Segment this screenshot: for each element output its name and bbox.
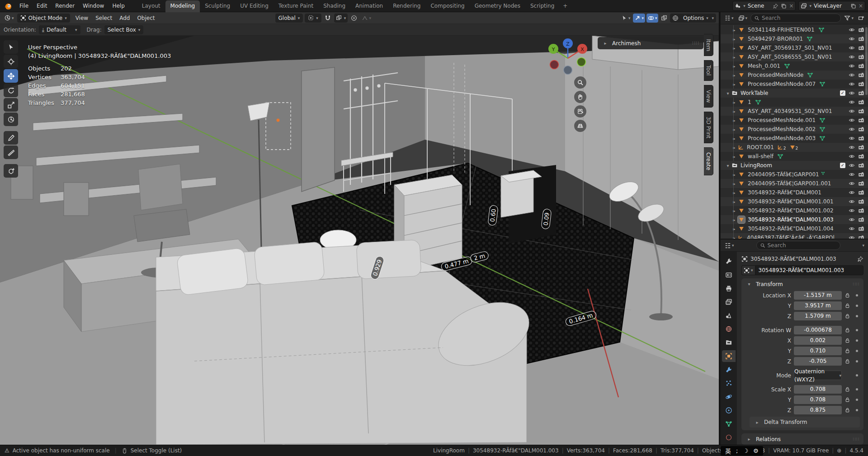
orientation-dropdown[interactable]: Global ▾ [275,14,303,23]
outliner-row[interactable]: ▸ProcessedMeshNode [721,71,868,80]
drag-grip-icon[interactable]: ∷∷ [853,282,859,287]
pin-icon[interactable] [857,256,863,262]
hide-viewport-icon[interactable] [849,90,855,96]
cursor-tool[interactable] [4,55,18,68]
disable-render-icon[interactable] [858,126,864,132]
chevron-down-icon[interactable]: ▾ [809,4,811,8]
disable-render-icon[interactable] [858,108,864,114]
tab-constraints[interactable] [722,404,736,416]
outliner-row[interactable]: ▸40486387-TÃfÆ'Ã¢â€ -Ã'GARPOl [721,233,868,239]
outliner-search-input[interactable]: Search [750,14,841,23]
expand-chevron-icon[interactable]: ▸ [731,28,738,33]
animate-decorator[interactable] [854,409,859,411]
disable-render-icon[interactable] [858,99,864,105]
disable-render-icon[interactable] [858,226,864,232]
drag-grip-icon[interactable]: ∷∷ [853,437,859,442]
hide-viewport-icon[interactable] [849,171,855,178]
lock-open-icon[interactable] [844,313,852,319]
pan-button[interactable] [574,91,586,103]
disable-render-icon[interactable] [858,54,864,60]
hide-viewport-icon[interactable] [849,135,855,141]
hide-viewport-icon[interactable] [849,144,855,150]
outliner-row[interactable]: ▸1 [721,98,868,107]
ime-moon-icon[interactable]: ☽ [743,447,748,454]
value-field[interactable]: 0.710 [794,347,842,355]
workspace-tab-uv-editing[interactable]: UV Editing [235,0,274,12]
expand-chevron-icon[interactable]: ▸ [731,217,738,222]
value-field[interactable]: -1.5157 m [794,291,842,300]
outliner-row[interactable]: ▸50494297-BROR001 [721,34,868,43]
value-field[interactable]: 0.708 [794,395,842,404]
select-box-tool[interactable] [4,40,18,54]
hide-viewport-icon[interactable] [849,54,855,60]
hide-viewport-icon[interactable] [849,72,855,78]
outliner-row[interactable]: ▸ASY_ART_30569137_S01_NV01 [721,43,868,52]
tab-output[interactable] [722,282,736,294]
disable-render-icon[interactable] [858,135,864,141]
expand-chevron-icon[interactable]: ▸ [731,181,738,186]
outliner-row[interactable]: ▾WorkTable✓ [721,89,868,98]
menu-file[interactable]: File [15,3,33,9]
hide-viewport-icon[interactable] [849,198,855,205]
editor-type-button[interactable]: ▾ [3,14,15,23]
animate-decorator[interactable] [854,388,859,390]
menu-render[interactable]: Render [51,3,79,9]
disable-render-icon[interactable] [858,153,864,160]
disable-render-icon[interactable] [858,27,864,33]
blender-logo-icon[interactable] [0,2,15,10]
transform-tool[interactable] [4,113,18,126]
hide-viewport-icon[interactable] [849,108,855,114]
outliner-row[interactable]: ▸20404095-TÃfâ€¦GARP001 [721,170,868,179]
gizmo-toggle[interactable]: ▾ [633,14,645,23]
menu-help[interactable]: Help [108,3,128,9]
sidebar-tab-tool[interactable]: Tool [704,60,713,80]
viewport-menu-select[interactable]: Select [92,13,116,24]
disable-render-icon[interactable] [858,198,864,205]
viewlayer-name[interactable]: ViewLayer [814,3,848,9]
hide-viewport-icon[interactable] [849,36,855,42]
outliner-filter[interactable]: ▾ [843,14,855,23]
copy-icon[interactable] [850,3,856,9]
animate-decorator[interactable] [854,399,859,401]
lock-open-icon[interactable] [844,358,852,364]
delta-transform-subpanel[interactable]: ▸ Delta Transform [750,417,860,428]
viewport-menu-view[interactable]: View [72,13,92,24]
move-tool[interactable] [4,69,18,83]
hide-viewport-icon[interactable] [849,162,855,169]
transform-panel-header[interactable]: ▾ Transform ∷∷ [741,278,863,290]
rotation-mode-dropdown[interactable]: Quaternion (WXYZ)▾ [794,371,842,380]
outliner-row[interactable]: ▸ProcessedMeshNode.007 [721,80,868,89]
outliner-row[interactable]: ▸ProcessedMeshNode.003 [721,134,868,143]
tab-physics[interactable] [722,391,736,403]
object-name-field[interactable]: 30548932-RÃfâ€"DALM001.003 [755,265,863,275]
hide-viewport-icon[interactable] [849,81,855,87]
outliner-row[interactable]: ▸ASY_ART_40349531_S02_NV01 [721,107,868,116]
workspace-tab-shading[interactable]: Shading [318,0,350,12]
object-id-icon[interactable]: ▾ [741,265,755,275]
tab-modifiers[interactable] [722,364,736,376]
ime-toolbar[interactable]: 英;☽⚙ [721,446,763,456]
workspace-tab-modeling[interactable]: Modeling [165,0,200,12]
viewport-menu-add[interactable]: Add [116,13,133,24]
workspace-tab-layout[interactable]: Layout [137,0,165,12]
value-field[interactable]: 3.9517 m [794,301,842,310]
disable-render-icon[interactable] [858,36,864,42]
shading-dropdown[interactable]: ▾ [712,16,714,20]
animate-decorator[interactable] [854,294,859,296]
expand-chevron-icon[interactable]: ▸ [731,73,738,78]
navigation-gizmo[interactable]: Z Y X [546,36,590,79]
animate-decorator[interactable] [854,374,859,376]
disable-render-icon[interactable] [858,63,864,69]
outliner-row[interactable]: ▸ROOT.00122 [721,143,868,152]
animate-decorator[interactable] [854,305,859,307]
expand-chevron-icon[interactable]: ▸ [731,235,738,239]
workspace-tab-geometry-nodes[interactable]: Geometry Nodes [470,0,525,12]
tab-world[interactable] [722,323,736,335]
xray-toggle[interactable] [660,14,669,23]
value-field[interactable]: 0.875 [794,406,842,414]
lock-open-icon[interactable] [844,292,852,298]
lock-open-icon[interactable] [844,338,852,343]
outliner-row[interactable]: ▸30548932-RÃfâ€"DALM001.002 [721,206,868,215]
expand-chevron-icon[interactable]: ▸ [731,118,738,123]
perspective-toggle-button[interactable] [574,120,586,132]
